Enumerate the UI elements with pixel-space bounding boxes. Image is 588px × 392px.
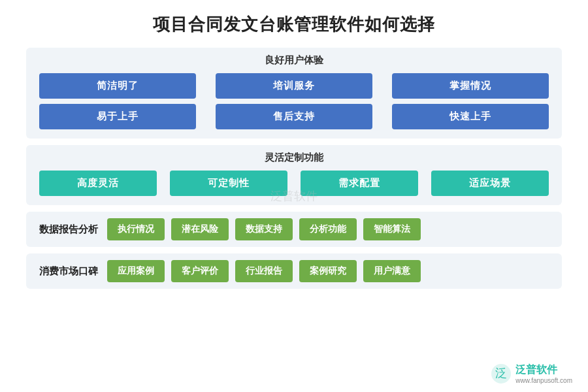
data-tag-0[interactable]: 执行情况: [107, 218, 165, 240]
data-tag-4[interactable]: 智能算法: [363, 218, 421, 240]
logo-name: 泛普软件: [515, 363, 557, 377]
ux-grid: 简洁明了 培训服务 掌握情况 易于上手 售后支持 快速上手: [39, 73, 549, 129]
data-tags: 执行情况 潜在风险 数据支持 分析功能 智能算法: [107, 218, 549, 240]
data-tag-2[interactable]: 数据支持: [235, 218, 293, 240]
flex-btn-0[interactable]: 高度灵活: [39, 171, 157, 196]
ux-btn-1-1[interactable]: 售后支持: [216, 104, 372, 129]
market-tag-1[interactable]: 客户评价: [171, 260, 229, 282]
section-market: 消费市场口碑 应用案例 客户评价 行业报告 案例研究 用户满意: [26, 253, 562, 289]
logo-icon: 泛: [491, 363, 512, 384]
ux-btn-0-2[interactable]: 掌握情况: [392, 73, 549, 99]
ux-btn-1-2[interactable]: 快速上手: [392, 104, 549, 129]
logo-text: 泛普软件 www.fanpusoft.com: [515, 363, 572, 384]
section-ux: 良好用户体验 简洁明了 培训服务 掌握情况 易于上手 售后支持 快速上手: [26, 48, 562, 139]
section-flex: 灵活定制功能 高度灵活 可定制性 需求配置 适应场景: [26, 145, 562, 205]
data-tag-3[interactable]: 分析功能: [299, 218, 357, 240]
ux-btn-0-1[interactable]: 培训服务: [216, 73, 372, 99]
logo-url: www.fanpusoft.com: [515, 377, 572, 384]
section-ux-heading: 良好用户体验: [39, 54, 549, 67]
section-data: 数据报告分析 执行情况 潜在风险 数据支持 分析功能 智能算法: [26, 212, 562, 247]
data-tag-1[interactable]: 潜在风险: [171, 218, 229, 240]
market-tag-2[interactable]: 行业报告: [235, 260, 293, 282]
flex-grid: 高度灵活 可定制性 需求配置 适应场景: [39, 171, 549, 196]
flex-btn-2[interactable]: 需求配置: [301, 171, 418, 196]
section-flex-heading: 灵活定制功能: [39, 152, 549, 164]
logo-area: 泛 泛普软件 www.fanpusoft.com: [491, 363, 572, 384]
page-title: 项目合同发文台账管理软件如何选择: [26, 13, 562, 36]
market-tags: 应用案例 客户评价 行业报告 案例研究 用户满意: [107, 260, 549, 282]
ux-btn-0-0[interactable]: 简洁明了: [39, 73, 196, 99]
flex-btn-1[interactable]: 可定制性: [170, 171, 287, 196]
market-tag-0[interactable]: 应用案例: [107, 260, 165, 282]
section-market-label: 消费市场口碑: [39, 265, 98, 278]
svg-text:泛: 泛: [495, 367, 507, 380]
ux-btn-1-0[interactable]: 易于上手: [39, 104, 196, 129]
market-tag-3[interactable]: 案例研究: [299, 260, 357, 282]
market-tag-4[interactable]: 用户满意: [363, 260, 421, 282]
flex-btn-3[interactable]: 适应场景: [431, 171, 549, 196]
section-data-label: 数据报告分析: [39, 223, 98, 236]
